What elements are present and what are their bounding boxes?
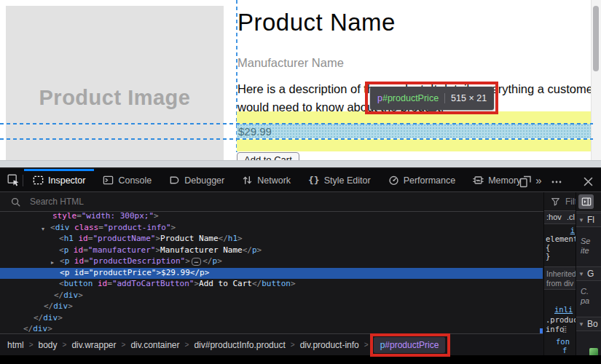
flexbox-note-line2: ite: [581, 246, 589, 255]
code-token: div: [43, 313, 58, 323]
breadcrumb-item[interactable]: html: [6, 340, 25, 350]
code-token: =: [84, 256, 89, 266]
pick-element-button[interactable]: [4, 173, 22, 189]
grid-badge-icon[interactable]: ⣿: [562, 326, 569, 333]
flexbox-section-header[interactable]: ▼ Fl: [576, 213, 601, 227]
tab-network[interactable]: Network: [233, 169, 299, 191]
breadcrumb-item-selected[interactable]: p#productPrice: [374, 337, 446, 353]
page-vertical-scrollbar[interactable]: [591, 0, 601, 160]
code-token: "productDescription": [89, 256, 185, 266]
breadcrumb-separator: >: [118, 341, 130, 349]
code-token: div: [63, 290, 78, 300]
code-token: =: [98, 223, 103, 232]
debugger-icon: [169, 175, 180, 186]
breadcrumb-item[interactable]: div.container: [129, 340, 181, 350]
markup-line[interactable]: <p id="productPrice">$29.99</p>: [0, 268, 543, 280]
close-icon[interactable]: [579, 174, 597, 190]
filter-styles-box[interactable]: [544, 192, 576, 211]
breadcrumb-separator: >: [287, 341, 299, 349]
crumb-id: #productPrice: [385, 340, 439, 350]
code-token: >: [78, 290, 83, 300]
code-token: </: [34, 313, 43, 323]
code-token: h1: [64, 234, 74, 243]
tab-label: Network: [257, 175, 291, 186]
code-token: id: [68, 245, 83, 255]
infobar-dimensions: 515 × 21: [451, 93, 487, 103]
markup-line[interactable]: ▸<p id="productDescription">…</p>: [0, 256, 543, 268]
chevron-down-icon: ▼: [578, 217, 584, 223]
rules-panel: :hov .cl i element { } Inherited from di…: [543, 192, 576, 355]
responsive-mode-icon[interactable]: [516, 174, 534, 190]
infobar-selector: p#productPrice: [377, 93, 439, 103]
code-token: p: [200, 268, 205, 277]
code-token: "manufacturer": [88, 245, 156, 255]
ellipsis-badge[interactable]: …: [192, 258, 201, 266]
tab-performance[interactable]: Performance: [380, 169, 465, 191]
grid-note-line1: C.: [581, 287, 589, 296]
css-property-line2: f: [562, 346, 567, 355]
code-token: >: [58, 313, 63, 323]
inspector-icon: [33, 175, 44, 186]
code-token: </: [190, 268, 200, 277]
tab-console[interactable]: Console: [94, 169, 160, 191]
tab-inspector[interactable]: Inspector: [24, 169, 94, 191]
code-token: >: [217, 256, 222, 266]
markup-line[interactable]: </div>: [0, 313, 543, 325]
code-token: id: [69, 256, 84, 266]
filter-styles-input[interactable]: [564, 196, 576, 207]
devtools-menu-icon[interactable]: [548, 174, 565, 190]
code-token: >: [237, 234, 243, 243]
element-rule-selector: element: [546, 234, 576, 243]
breadcrumb-item[interactable]: body: [37, 340, 59, 350]
markup-line[interactable]: <button id="addToCartButton">Add to Cart…: [0, 279, 543, 290]
element-rule-source-link[interactable]: i: [570, 226, 575, 234]
code-token: >: [47, 324, 52, 333]
layout-panel: ▼ Fl Se ite ▼ G C. pa ▼ Bo: [576, 192, 601, 355]
code-token: =: [76, 211, 82, 221]
pseudo-class-toggle[interactable]: :hov: [546, 213, 562, 221]
breadcrumb-separator: >: [25, 341, 37, 349]
breadcrumb-separator: >: [59, 341, 71, 349]
browser-viewport: Product Image Product Name Manufacturer …: [0, 0, 601, 167]
class-toggle[interactable]: .cl: [567, 213, 575, 221]
breadcrumb-item[interactable]: div#productInfo.product: [192, 340, 286, 350]
code-token: div: [55, 223, 70, 232]
infobar-tag: p: [377, 93, 382, 103]
code-token: div: [53, 301, 68, 311]
boxmodel-section-header[interactable]: ▼ Bo: [576, 317, 601, 331]
filter-icon: [551, 197, 560, 206]
grid-section-header[interactable]: ▼ G: [576, 266, 601, 281]
markup-line[interactable]: </div>: [0, 290, 543, 302]
code-token: id: [69, 268, 84, 277]
margin-highlight-top: [237, 111, 592, 124]
markup-line[interactable]: style="width: 300px;">: [0, 211, 543, 223]
search-html-box[interactable]: [0, 194, 548, 210]
code-token: p: [252, 245, 257, 255]
tab-debugger[interactable]: Debugger: [160, 169, 233, 191]
product-price: $29.99: [238, 125, 272, 138]
margin-highlight-bottom: [237, 139, 592, 151]
expand-arrow-icon[interactable]: ▸: [51, 258, 54, 268]
breadcrumb-item[interactable]: div.wrapper: [70, 340, 117, 350]
markup-line[interactable]: ▾<div class="product-info">: [0, 223, 543, 234]
code-token: </: [54, 290, 63, 300]
page-scrollbar-thumb[interactable]: [593, 6, 599, 71]
code-token: >: [257, 245, 262, 255]
collapse-arrow-icon[interactable]: ▾: [42, 224, 44, 234]
inspector-toolbar: [0, 192, 601, 212]
expand-sidebar-button[interactable]: [578, 194, 594, 209]
manufacturer-name: Manufacturer Name: [237, 56, 344, 70]
markup-line[interactable]: </div>: [0, 324, 543, 333]
markup-line[interactable]: <p id="manufacturer">Manufacturer Name</…: [0, 245, 543, 257]
search-input[interactable]: [28, 196, 425, 207]
tab-style-editor[interactable]: {}Style Editor: [299, 169, 380, 191]
inline-stylesheet-link[interactable]: inli: [554, 305, 573, 314]
memory-icon: [473, 175, 484, 186]
node-infobar: p#productPrice 515 × 21: [370, 87, 494, 110]
devtools-panel: InspectorConsoleDebuggerNetwork{}Style E…: [0, 167, 601, 355]
markup-line[interactable]: </div>: [0, 301, 543, 313]
tabbar-separator: [23, 175, 23, 186]
breadcrumb-item[interactable]: div.product-info: [299, 340, 361, 350]
markup-line[interactable]: <h1 id="productName">Product Name</h1>: [0, 234, 543, 245]
page-horizontal-scrollbar[interactable]: [0, 160, 601, 167]
